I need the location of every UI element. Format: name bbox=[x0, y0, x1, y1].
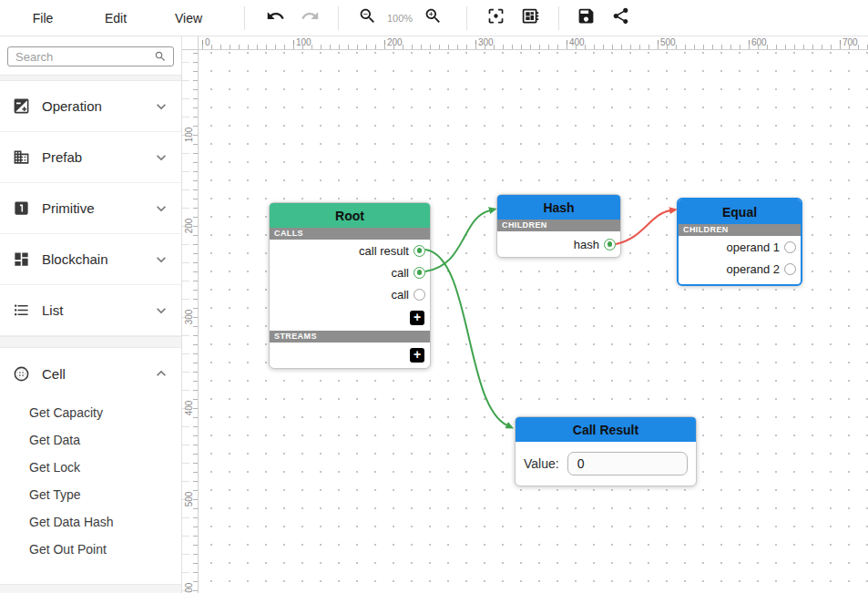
h-ruler-label: 400 bbox=[569, 37, 585, 47]
developer-board-icon bbox=[521, 6, 540, 29]
search-icon bbox=[154, 50, 167, 63]
output-port-call-2[interactable] bbox=[414, 289, 425, 301]
add-call-button[interactable]: + bbox=[410, 311, 424, 325]
port-row-operand-1: operand 1 bbox=[679, 236, 801, 258]
center-view-button[interactable] bbox=[478, 1, 513, 36]
zoom-out-icon bbox=[358, 6, 377, 29]
sidebar-item-operation[interactable]: Operation bbox=[0, 81, 181, 132]
menu-edit[interactable]: Edit bbox=[79, 11, 152, 26]
node-padding bbox=[679, 280, 801, 284]
horizontal-ruler: 0100200300400500600700 bbox=[199, 36, 868, 50]
sidebar-item-label: List bbox=[42, 302, 63, 318]
output-port-call-1[interactable] bbox=[414, 267, 425, 279]
sidebar-divider-band bbox=[0, 584, 181, 593]
sidebar-item-primitive[interactable]: Primitive bbox=[0, 183, 181, 234]
chevron-down-icon bbox=[152, 302, 170, 320]
sidebar: Operation Prefab Primitive Blockchain Li… bbox=[0, 36, 182, 593]
center-focus-icon bbox=[486, 6, 505, 29]
canvas[interactable]: Root CALLS call result call call + STREA… bbox=[199, 50, 868, 593]
sidebar-divider-band bbox=[0, 75, 181, 81]
input-port-operand-1[interactable] bbox=[784, 241, 796, 253]
port-row-call-1: call bbox=[270, 261, 430, 283]
wire-root-call-to-hash[interactable] bbox=[425, 210, 490, 271]
wire-root-call-result-to-call-result[interactable] bbox=[425, 250, 507, 425]
undo-button[interactable] bbox=[258, 1, 292, 36]
node-equal[interactable]: Equal CHILDREN operand 1 operand 2 bbox=[677, 198, 802, 286]
zoom-out-button[interactable] bbox=[350, 1, 384, 36]
toolbar: File Edit View 100% bbox=[0, 0, 868, 36]
output-port-call-result[interactable] bbox=[414, 245, 425, 257]
zoom-in-button[interactable] bbox=[415, 1, 450, 36]
dotted-circle-icon bbox=[13, 365, 30, 383]
chevron-down-icon bbox=[152, 199, 170, 218]
v-ruler-label: 500 bbox=[182, 486, 197, 513]
dashboard-icon bbox=[13, 250, 30, 268]
v-ruler-label: 400 bbox=[182, 394, 197, 422]
h-ruler-label: 600 bbox=[751, 37, 767, 47]
port-label: call bbox=[391, 266, 409, 280]
node-hash-title[interactable]: Hash bbox=[497, 195, 620, 220]
port-row-hash: hash bbox=[497, 231, 620, 257]
sidebar-subitem-get-data[interactable]: Get Data bbox=[0, 426, 181, 454]
list-icon bbox=[13, 302, 30, 319]
toolbar-separator bbox=[466, 6, 467, 30]
v-ruler-label: 100 bbox=[182, 121, 197, 148]
search-input[interactable] bbox=[7, 46, 174, 66]
number-one-icon bbox=[13, 199, 30, 217]
input-port-operand-2[interactable] bbox=[784, 263, 796, 275]
sidebar-item-blockchain[interactable]: Blockchain bbox=[0, 234, 181, 285]
value-input[interactable] bbox=[567, 452, 688, 475]
sidebar-subitem-get-out-point[interactable]: Get Out Point bbox=[0, 536, 181, 563]
chevron-down-icon bbox=[152, 97, 170, 116]
sidebar-item-prefab[interactable]: Prefab bbox=[0, 132, 181, 183]
wire-hash-to-equal[interactable] bbox=[616, 210, 670, 244]
sidebar-subitem-get-type[interactable]: Get Type bbox=[0, 481, 181, 508]
zoom-in-icon bbox=[424, 6, 443, 29]
section-children: CHILDREN bbox=[679, 224, 801, 236]
redo-button[interactable] bbox=[292, 1, 327, 36]
node-hash[interactable]: Hash CHILDREN hash bbox=[496, 194, 621, 258]
node-root-title[interactable]: Root bbox=[270, 203, 430, 228]
share-button[interactable] bbox=[603, 1, 638, 36]
sidebar-item-cell[interactable]: Cell bbox=[0, 348, 181, 399]
section-streams: STREAMS bbox=[270, 331, 430, 343]
sidebar-item-list[interactable]: List bbox=[0, 285, 181, 336]
call-result-body: Value: bbox=[516, 442, 696, 486]
port-label: call result bbox=[359, 244, 409, 258]
menu-file[interactable]: File bbox=[6, 11, 79, 26]
sidebar-item-label: Cell bbox=[42, 366, 66, 382]
save-button[interactable] bbox=[568, 1, 603, 36]
sidebar-subitem-get-capacity[interactable]: Get Capacity bbox=[0, 399, 181, 426]
exposure-icon bbox=[13, 97, 30, 115]
menu-view[interactable]: View bbox=[152, 11, 225, 26]
port-label: hash bbox=[574, 238, 599, 251]
add-call-row: + bbox=[270, 305, 430, 331]
node-call-result[interactable]: Call Result Value: bbox=[515, 416, 697, 486]
sidebar-item-label: Primitive bbox=[42, 200, 95, 216]
v-ruler-label: 600 bbox=[182, 577, 197, 593]
save-icon bbox=[577, 6, 596, 29]
undo-icon bbox=[266, 6, 285, 29]
chevron-down-icon bbox=[152, 148, 170, 167]
add-stream-button[interactable]: + bbox=[410, 348, 424, 363]
port-row-call-result: call result bbox=[270, 240, 430, 261]
value-label: Value: bbox=[524, 456, 559, 471]
port-label: call bbox=[391, 288, 409, 302]
port-row-operand-2: operand 2 bbox=[679, 258, 801, 280]
sidebar-subitem-get-lock[interactable]: Get Lock bbox=[0, 454, 181, 481]
board-button[interactable] bbox=[513, 1, 547, 36]
h-ruler-label: 100 bbox=[296, 37, 311, 47]
node-call-result-title[interactable]: Call Result bbox=[516, 417, 696, 442]
h-ruler-label: 0 bbox=[205, 37, 210, 47]
zoom-level-indicator: 100% bbox=[384, 13, 415, 24]
chevron-up-icon bbox=[152, 364, 170, 383]
output-port-hash[interactable] bbox=[604, 239, 616, 250]
h-ruler-label: 300 bbox=[478, 37, 494, 47]
sidebar-subitem-get-data-hash[interactable]: Get Data Hash bbox=[0, 508, 181, 536]
node-equal-title[interactable]: Equal bbox=[679, 199, 801, 224]
node-root[interactable]: Root CALLS call result call call + STREA… bbox=[269, 202, 431, 369]
section-calls: CALLS bbox=[270, 228, 430, 240]
redo-icon bbox=[301, 6, 320, 29]
port-label: operand 1 bbox=[726, 240, 780, 254]
toolbar-separator bbox=[244, 6, 245, 30]
